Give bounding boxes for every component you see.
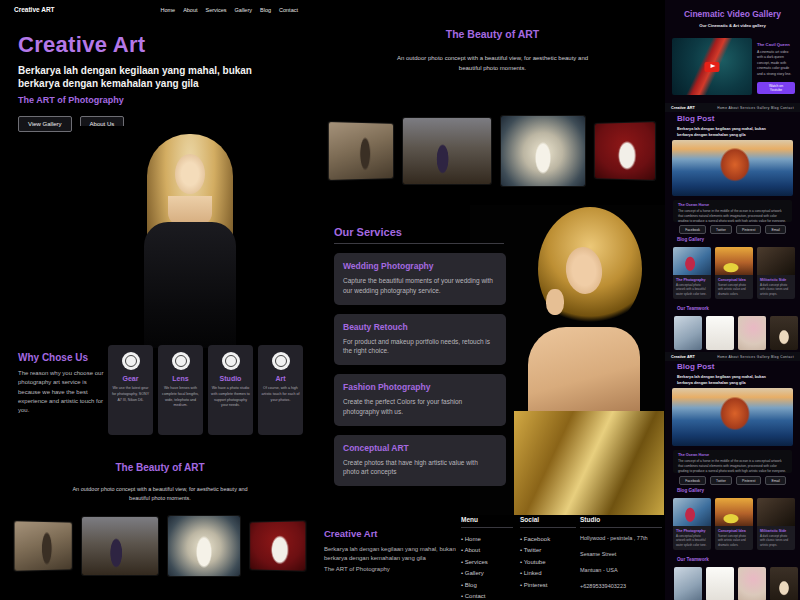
carousel-photo-field[interactable] xyxy=(82,517,158,575)
carousel-photo-field[interactable] xyxy=(403,118,491,184)
carousel-photo-red[interactable] xyxy=(250,521,305,570)
blog-hero-image-horse[interactable] xyxy=(672,140,793,196)
gallery-card[interactable]: The Photography A conceptual photo artwo… xyxy=(673,498,711,550)
gallery-card-image xyxy=(715,498,753,526)
gallery-card-text: A dark concept photo with classic tones … xyxy=(760,534,792,547)
feature-text: We have lenses with complete focal lengt… xyxy=(161,386,200,409)
team-photo-image xyxy=(738,316,766,350)
teamwork-photos: Wedding Photography Beauty Retouch Fashi… xyxy=(674,567,800,600)
team-photo[interactable]: Conceptual ART xyxy=(770,567,798,600)
service-card-retouch: Beauty Retouch For product and makeup po… xyxy=(334,314,506,366)
blog-hero-image-horse[interactable] xyxy=(672,388,793,446)
model-garment-shape xyxy=(514,411,664,515)
gallery-card-text: A dark concept photo with classic tones … xyxy=(760,283,792,296)
share-pinterest-button[interactable]: Pinterest xyxy=(736,476,761,485)
extra-pages-column: Cinematic Video Gallery Our Cinematic & … xyxy=(665,0,800,600)
video-gallery-subtitle: Our Cinematic & Art video gallery xyxy=(665,23,800,28)
view-gallery-button[interactable]: View Gallery xyxy=(18,116,72,132)
team-photo-image xyxy=(770,316,798,350)
social-link-twitter[interactable]: Twitter xyxy=(520,545,576,556)
mini-header: Creative ART Home About Services Gallery… xyxy=(665,352,800,361)
mini-nav[interactable]: Home About Services Gallery Blog Contact xyxy=(717,355,794,359)
model-chest-shape xyxy=(528,327,640,419)
gallery-card[interactable]: Militaristic Side A dark concept photo w… xyxy=(757,498,795,550)
logo[interactable]: Creative ART xyxy=(14,6,55,13)
social-link-facebook[interactable]: Facebook xyxy=(520,534,576,545)
share-twitter-button[interactable]: Twitter xyxy=(710,225,732,234)
studio-address-line: Hollywood - pesintela , 77th xyxy=(580,534,662,544)
hero-section: Creative Art Berkarya lah dengan kegilaa… xyxy=(18,32,280,132)
beauty-text: An outdoor photo concept with a beautifu… xyxy=(386,54,600,73)
footer-link-blog[interactable]: Blog xyxy=(461,580,513,591)
logo[interactable]: Creative ART xyxy=(671,355,695,359)
mini-nav[interactable]: Home About Services Gallery Blog Contact xyxy=(717,106,794,110)
share-email-button[interactable]: Email xyxy=(765,225,785,234)
gear-icon xyxy=(122,352,140,370)
gallery-card[interactable]: Conceptual Idea Sunset concept photo wit… xyxy=(715,247,753,299)
team-photo-image xyxy=(770,567,798,600)
model-hand-shape xyxy=(546,289,564,315)
share-twitter-button[interactable]: Twitter xyxy=(710,476,732,485)
video-gallery-title: Cinematic Video Gallery xyxy=(665,9,800,19)
studio-address-line: Sesame Street xyxy=(580,550,662,560)
carousel-photo-bride[interactable] xyxy=(168,516,240,576)
gallery-card-title: The Photography xyxy=(676,529,708,533)
studio-address-line: Mantuan - USA xyxy=(580,566,662,576)
social-link-linked[interactable]: Linked xyxy=(520,568,576,579)
beauty-title: The Beauty of ART xyxy=(0,462,320,473)
teamwork-label: Our Teamwork xyxy=(677,557,800,562)
team-photo[interactable]: Beauty Retouch xyxy=(706,567,734,600)
gallery-card[interactable]: Conceptual Idea Sunset concept photo wit… xyxy=(715,498,753,550)
share-facebook-button[interactable]: Facebook xyxy=(679,225,706,234)
team-photo-image xyxy=(738,567,766,600)
beauty-text: An outdoor photo concept with a beautifu… xyxy=(72,485,248,503)
nav-item-services[interactable]: Services xyxy=(206,7,227,13)
gallery-card-title: Militaristic Side xyxy=(760,278,792,282)
gallery-card-text: Sunset concept photo with artistic value… xyxy=(718,283,750,296)
gallery-card-image xyxy=(715,247,753,275)
footer-studio: Studio Hollywood - pesintela , 77th Sesa… xyxy=(580,516,662,592)
beauty-title: The Beauty of ART xyxy=(320,28,665,40)
nav-item-contact[interactable]: Contact xyxy=(279,7,298,13)
video-thumbnail[interactable] xyxy=(672,38,752,95)
share-buttons: Facebook Twitter Pinterest Email xyxy=(665,476,800,485)
social-link-youtube[interactable]: Youtube xyxy=(520,557,576,568)
carousel-photo-red[interactable] xyxy=(595,122,655,180)
mini-header: Creative ART Home About Services Gallery… xyxy=(665,103,800,112)
footer-link-about[interactable]: About xyxy=(461,545,513,556)
social-link-pinterest[interactable]: Pinterest xyxy=(520,580,576,591)
blog-post-section: Blog Post Berkarya lah dengan kegilaan y… xyxy=(665,362,800,386)
feature-card-lens: Lens We have lenses with complete focal … xyxy=(158,345,203,435)
article-title: The Ocean Horse xyxy=(678,203,787,207)
carousel-photo-outdoor[interactable] xyxy=(15,521,72,570)
footer-link-contact[interactable]: Contact xyxy=(461,591,513,600)
team-photo[interactable]: Wedding Photography xyxy=(674,567,702,600)
service-title: Wedding Photography xyxy=(343,261,497,271)
share-facebook-button[interactable]: Facebook xyxy=(679,476,706,485)
team-photo-image xyxy=(674,316,702,350)
team-photo[interactable]: Fashion Photography xyxy=(738,567,766,600)
footer-link-home[interactable]: Home xyxy=(461,534,513,545)
nav-item-blog[interactable]: Blog xyxy=(260,7,271,13)
watch-youtube-button[interactable]: Watch on Youtube xyxy=(757,82,795,94)
share-pinterest-button[interactable]: Pinterest xyxy=(736,225,761,234)
share-email-button[interactable]: Email xyxy=(765,476,785,485)
blog-gallery-label: Blog Gallery xyxy=(677,488,800,493)
youtube-play-icon[interactable] xyxy=(705,62,720,72)
gallery-card[interactable]: Militaristic Side A dark concept photo w… xyxy=(757,247,795,299)
nav-item-home[interactable]: Home xyxy=(160,7,175,13)
footer-link-gallery[interactable]: Gallery xyxy=(461,568,513,579)
carousel-photo-bride[interactable] xyxy=(501,116,585,186)
gallery-card-image xyxy=(673,498,711,526)
blog-gallery-cards: The Photography A conceptual photo artwo… xyxy=(673,498,800,550)
nav-item-gallery[interactable]: Gallery xyxy=(235,7,252,13)
gallery-card[interactable]: The Photography A conceptual photo artwo… xyxy=(673,247,711,299)
nav-item-about[interactable]: About xyxy=(183,7,197,13)
logo[interactable]: Creative ART xyxy=(671,106,695,110)
footer-menu-title: Menu xyxy=(461,516,513,528)
service-title: Fashion Photography xyxy=(343,382,497,392)
carousel-photo-outdoor[interactable] xyxy=(329,122,393,180)
service-card-conceptual: Conceptual ART Create photos that have h… xyxy=(334,435,506,487)
footer-link-services[interactable]: Services xyxy=(461,557,513,568)
share-buttons: Facebook Twitter Pinterest Email xyxy=(665,225,800,234)
